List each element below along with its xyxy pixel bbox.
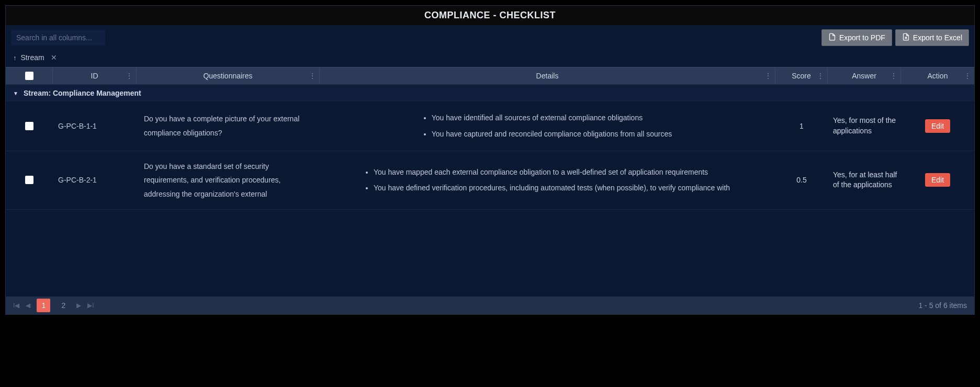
group-row[interactable]: ▼ Stream: Compliance Management: [6, 85, 974, 101]
header-id-label: ID: [91, 72, 98, 80]
collapse-icon[interactable]: ▼: [13, 90, 18, 96]
cell-details: You have mapped each external compliance…: [320, 151, 775, 210]
group-by-indicator: ↑ Stream ✕: [6, 50, 974, 67]
cell-answer: Yes, for most of the applications: [828, 101, 901, 151]
pager-summary: 1 - 5 of 6 items: [918, 301, 967, 310]
group-label: Stream: Compliance Management: [24, 89, 141, 97]
prev-page-icon[interactable]: ◀: [26, 302, 30, 309]
header-details-label: Details: [536, 72, 559, 80]
page-button-2[interactable]: 2: [57, 299, 70, 312]
column-menu-icon[interactable]: ⋮: [817, 72, 824, 80]
header-answer[interactable]: Answer ⋮: [828, 67, 901, 84]
cell-score: 1: [775, 101, 828, 151]
table-row: G-PC-B-2-1 Do you have a standard set of…: [6, 151, 974, 210]
header-details[interactable]: Details ⋮: [320, 67, 775, 84]
column-menu-icon[interactable]: ⋮: [126, 72, 133, 80]
header-id[interactable]: ID ⋮: [53, 67, 137, 84]
detail-item: You have identified all sources of exter…: [432, 110, 682, 126]
page-button-1[interactable]: 1: [37, 299, 50, 312]
export-buttons: Export to PDF Export to Excel: [821, 29, 969, 46]
cell-id: G-PC-B-2-1: [53, 151, 137, 210]
edit-button[interactable]: Edit: [925, 119, 950, 133]
detail-item: You have captured and reconciled complia…: [432, 126, 682, 142]
column-menu-icon[interactable]: ⋮: [309, 72, 316, 80]
cell-question: Do you have a standard set of security r…: [137, 151, 320, 210]
edit-button[interactable]: Edit: [925, 173, 950, 187]
pager: I◀ ◀ 1 2 ▶ ▶I 1 - 5 of 6 items: [6, 297, 974, 314]
header-action[interactable]: Action ⋮: [901, 67, 974, 84]
header-checkbox-cell: [6, 67, 53, 84]
column-menu-icon[interactable]: ⋮: [764, 72, 772, 80]
next-page-icon[interactable]: ▶: [76, 302, 81, 309]
header-score-label: Score: [792, 72, 811, 80]
excel-icon: [902, 33, 910, 42]
header-action-label: Action: [928, 72, 948, 80]
header-questionnaires-label: Questionnaires: [203, 72, 252, 80]
cell-answer: Yes, for at least half of the applicatio…: [828, 151, 901, 210]
toolbar: Export to PDF Export to Excel: [6, 25, 974, 50]
cell-score: 0.5: [775, 151, 828, 210]
export-pdf-button[interactable]: Export to PDF: [821, 29, 892, 46]
cell-id: G-PC-B-1-1: [53, 101, 137, 151]
export-excel-label: Export to Excel: [913, 33, 962, 42]
header-questionnaires[interactable]: Questionnaires ⋮: [137, 67, 320, 84]
page-title: COMPLIANCE - CHECKLIST: [6, 10, 974, 21]
row-checkbox[interactable]: [25, 122, 33, 130]
grid-body[interactable]: ▼ Stream: Compliance Management G-PC-B-1…: [6, 85, 974, 297]
sort-asc-icon[interactable]: ↑: [13, 54, 17, 62]
row-checkbox[interactable]: [25, 176, 33, 184]
detail-item: You have mapped each external compliance…: [374, 164, 740, 180]
compliance-panel: COMPLIANCE - CHECKLIST Export to PDF: [5, 5, 975, 315]
export-pdf-label: Export to PDF: [839, 33, 885, 42]
export-excel-button[interactable]: Export to Excel: [895, 29, 969, 46]
remove-group-icon[interactable]: ✕: [51, 53, 57, 62]
last-page-icon[interactable]: ▶I: [87, 302, 94, 309]
pdf-icon: [828, 33, 836, 42]
titlebar: COMPLIANCE - CHECKLIST: [6, 6, 974, 25]
header-answer-label: Answer: [852, 72, 876, 80]
column-menu-icon[interactable]: ⋮: [890, 72, 897, 80]
search-input[interactable]: [11, 30, 105, 45]
select-all-checkbox[interactable]: [25, 72, 33, 80]
cell-details: You have identified all sources of exter…: [320, 101, 775, 151]
table-row: G-PC-B-1-1 Do you have a complete pictur…: [6, 101, 974, 151]
group-field-label[interactable]: Stream: [21, 53, 44, 62]
cell-question: Do you have a complete picture of your e…: [137, 101, 320, 151]
grid-header: ID ⋮ Questionnaires ⋮ Details ⋮ Score ⋮ …: [6, 67, 974, 85]
detail-item: You have defined verification procedures…: [374, 180, 740, 196]
first-page-icon[interactable]: I◀: [13, 302, 19, 309]
header-score[interactable]: Score ⋮: [775, 67, 828, 84]
column-menu-icon[interactable]: ⋮: [964, 72, 971, 80]
